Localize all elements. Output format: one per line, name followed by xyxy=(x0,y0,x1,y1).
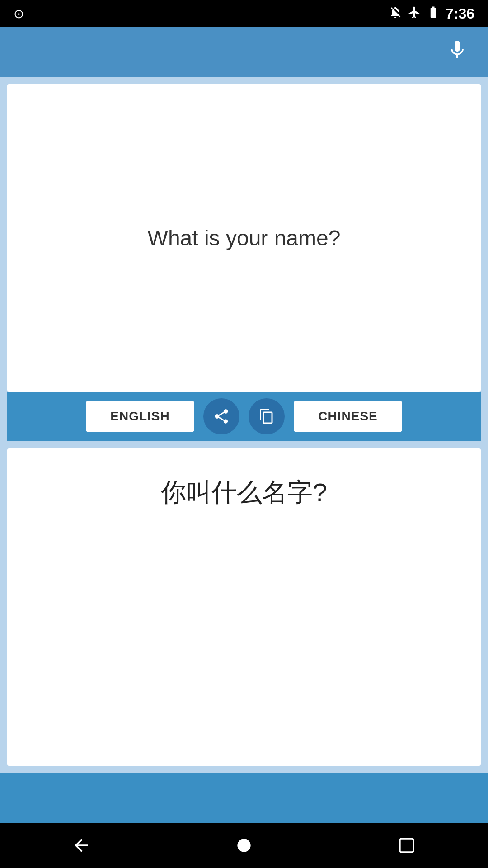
english-button[interactable]: ENGLISH xyxy=(86,401,194,432)
target-panel: 你叫什么名字? xyxy=(7,448,481,766)
notification-off-icon xyxy=(389,5,402,22)
home-icon xyxy=(234,835,254,855)
airplane-icon xyxy=(408,5,421,22)
svg-point-0 xyxy=(237,839,250,852)
status-bar-right: 7:36 xyxy=(389,5,474,22)
toolbar: ENGLISH CHINESE xyxy=(7,392,481,441)
status-bar: ⊙ 7:36 xyxy=(0,0,488,27)
mic-button[interactable] xyxy=(443,38,472,66)
copy-button[interactable] xyxy=(249,398,285,434)
status-bar-left: ⊙ xyxy=(14,6,24,21)
copy-icon xyxy=(258,408,275,425)
battery-icon xyxy=(427,5,440,22)
target-text: 你叫什么名字? xyxy=(161,476,327,510)
home-button[interactable] xyxy=(226,827,262,863)
source-panel: What is your name? xyxy=(7,84,481,392)
clock: 7:36 xyxy=(446,5,474,22)
back-button[interactable] xyxy=(63,827,99,863)
recent-icon xyxy=(398,836,416,854)
share-button[interactable] xyxy=(203,398,239,434)
bottom-bar xyxy=(0,773,488,823)
recent-button[interactable] xyxy=(389,827,425,863)
app-bar xyxy=(0,27,488,77)
sim-icon: ⊙ xyxy=(14,6,24,21)
main-content: What is your name? ENGLISH CHINESE 你叫什么名… xyxy=(0,77,488,773)
mic-icon xyxy=(446,39,468,65)
source-text: What is your name? xyxy=(148,226,341,250)
back-icon xyxy=(71,835,91,855)
chinese-button[interactable]: CHINESE xyxy=(294,401,402,432)
svg-rect-1 xyxy=(400,839,413,852)
share-icon xyxy=(213,408,230,425)
nav-bar xyxy=(0,823,488,868)
